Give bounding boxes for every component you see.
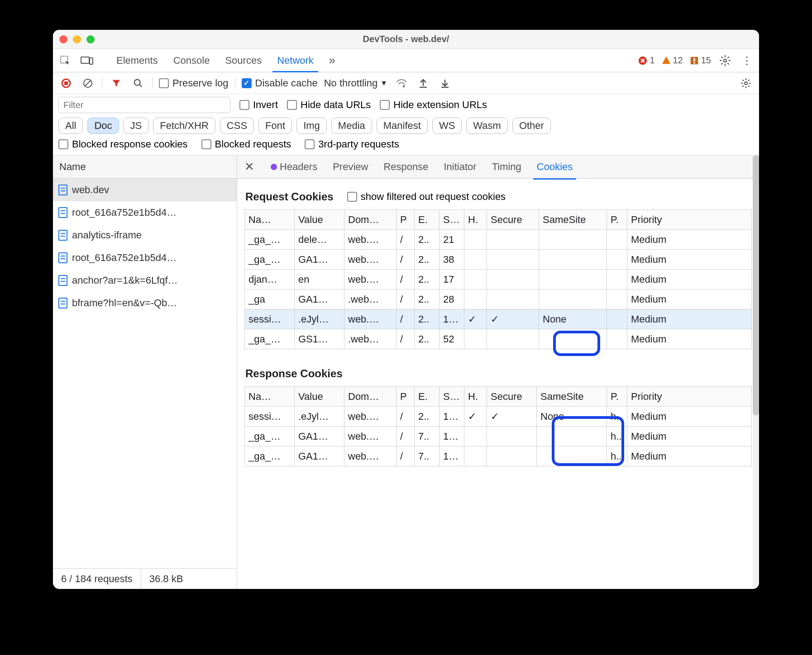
table-cell: 2.. [415,290,439,309]
table-row[interactable]: _ga_…GS1….web…/2..52Medium [245,329,752,349]
detail-scrollbar[interactable] [753,155,759,589]
throttling-select[interactable]: No throttling ▼ [324,77,387,89]
table-row[interactable]: _ga_…dele…web.…/2..21Medium [245,230,752,250]
request-row[interactable]: root_616a752e1b5d4… [53,201,237,224]
table-cell: djan… [245,270,295,290]
table-row[interactable]: sessi….eJyl…web.…/2..1…✓✓Noneh..Medium [245,407,752,427]
table-header[interactable]: H. [464,387,487,407]
request-row[interactable]: root_616a752e1b5d4… [53,247,237,269]
chip-manifest[interactable]: Manifest [377,118,428,134]
table-row[interactable]: djan…enweb.…/2..17Medium [245,270,752,290]
detail-tab-timing[interactable]: Timing [488,156,525,178]
chip-other[interactable]: Other [512,118,551,134]
tabs-overflow-icon[interactable]: » [325,53,340,68]
table-header[interactable]: Secure [487,210,539,230]
table-cell: 2.. [415,230,439,250]
third-party-requests-checkbox[interactable]: 3rd-party requests [305,138,399,150]
chip-font[interactable]: Font [258,118,292,134]
table-row[interactable]: _gaGA1….web…/2..28Medium [245,290,752,309]
device-toggle-icon[interactable] [79,53,95,68]
table-cell: web.… [344,309,396,329]
disable-cache-checkbox[interactable]: Disable cache [242,77,318,89]
tab-elements[interactable]: Elements [112,50,162,71]
clear-icon[interactable] [80,76,96,91]
warning-count[interactable]: 12 [661,55,683,66]
filter-icon[interactable] [109,76,124,91]
chip-js[interactable]: JS [124,118,149,134]
svg-rect-2 [90,58,93,64]
detail-tab-cookies[interactable]: Cookies [533,154,576,180]
table-header[interactable]: P. [607,387,627,407]
table-row[interactable]: _ga_…GA1…web.…/7..1…h..Medium [245,427,752,446]
hide-ext-urls-checkbox[interactable]: Hide extension URLs [380,99,487,111]
table-header[interactable]: SameSite [537,387,607,407]
table-header[interactable]: Dom… [344,387,396,407]
detail-tab-preview[interactable]: Preview [329,156,372,178]
table-header[interactable]: Na… [245,210,295,230]
tab-network[interactable]: Network [272,49,318,72]
network-settings-icon[interactable] [738,76,754,91]
issue-count[interactable]: 15 [689,55,711,66]
chip-wasm[interactable]: Wasm [466,118,508,134]
chip-css[interactable]: CSS [220,118,254,134]
request-row[interactable]: analytics-iframe [53,224,237,247]
table-cell [487,329,539,349]
table-header[interactable]: SameSite [539,210,607,230]
table-header[interactable]: E. [415,210,439,230]
chip-fetchxhr[interactable]: Fetch/XHR [153,118,215,134]
table-header[interactable]: Priority [627,210,752,230]
table-header[interactable]: Na… [245,387,295,407]
close-window-icon[interactable] [59,35,67,43]
more-menu-icon[interactable]: ⋮ [739,53,755,68]
table-row[interactable]: _ga_…GA1…web.…/7..1…h..Medium [245,446,752,466]
chip-all[interactable]: All [58,118,83,134]
preserve-log-checkbox[interactable]: Preserve log [159,77,229,89]
request-row[interactable]: web.dev [53,179,237,201]
download-har-icon[interactable] [437,76,453,91]
request-row[interactable]: anchor?ar=1&k=6Lfqf… [53,269,237,292]
table-header[interactable]: E. [415,387,439,407]
table-cell: .web… [344,329,396,349]
blocked-response-cookies-checkbox[interactable]: Blocked response cookies [58,138,188,150]
chip-doc[interactable]: Doc [87,118,119,134]
table-header[interactable]: S… [439,387,464,407]
table-row[interactable]: _ga_…GA1…web.…/2..38Medium [245,250,752,270]
detail-tab-response[interactable]: Response [380,156,432,178]
inspect-element-icon[interactable] [57,53,73,68]
table-cell [537,446,607,466]
error-count[interactable]: 1 [638,55,654,66]
show-filtered-checkbox[interactable]: show filtered out request cookies [347,191,506,203]
table-header[interactable]: Dom… [344,210,396,230]
table-row[interactable]: sessi….eJyl…web.…/2..1…✓✓NoneMedium [245,309,752,329]
table-header[interactable]: P [396,210,415,230]
chip-ws[interactable]: WS [432,118,462,134]
table-header[interactable]: Priority [627,387,752,407]
request-row[interactable]: bframe?hl=en&v=-Qb… [53,292,237,314]
search-icon[interactable] [130,76,146,91]
sidebar-header-name[interactable]: Name [53,155,237,179]
blocked-requests-checkbox[interactable]: Blocked requests [201,138,291,150]
table-header[interactable]: Value [295,210,344,230]
close-detail-icon[interactable]: ✕ [240,160,259,174]
hide-data-urls-checkbox[interactable]: Hide data URLs [287,99,371,111]
table-header[interactable]: S… [439,210,464,230]
tab-sources[interactable]: Sources [220,50,266,71]
maximize-window-icon[interactable] [86,35,95,43]
detail-tab-headers[interactable]: Headers [267,156,321,178]
upload-har-icon[interactable] [416,76,431,91]
tab-console[interactable]: Console [169,50,215,71]
table-header[interactable]: P [396,387,415,407]
record-icon[interactable] [58,76,74,91]
filter-input[interactable] [58,97,230,113]
detail-tab-initiator[interactable]: Initiator [440,156,480,178]
settings-icon[interactable] [717,53,733,68]
table-header[interactable]: Secure [487,387,537,407]
table-header[interactable]: H. [464,210,487,230]
chip-img[interactable]: Img [296,118,327,134]
network-conditions-icon[interactable] [394,76,409,91]
chip-media[interactable]: Media [331,118,372,134]
invert-checkbox[interactable]: Invert [239,99,278,111]
table-header[interactable]: P. [607,210,627,230]
table-header[interactable]: Value [295,387,344,407]
minimize-window-icon[interactable] [73,35,81,43]
